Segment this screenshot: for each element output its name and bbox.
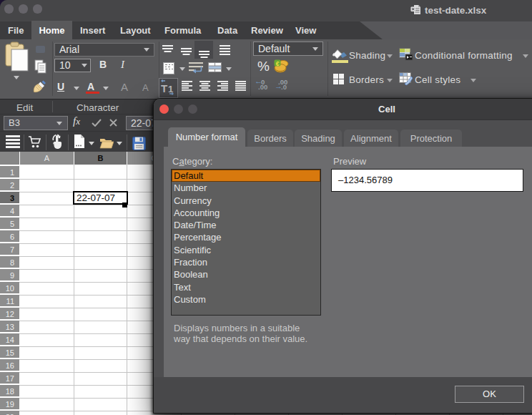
svg-text:T: T — [161, 82, 167, 94]
svg-text:€: € — [276, 60, 280, 67]
